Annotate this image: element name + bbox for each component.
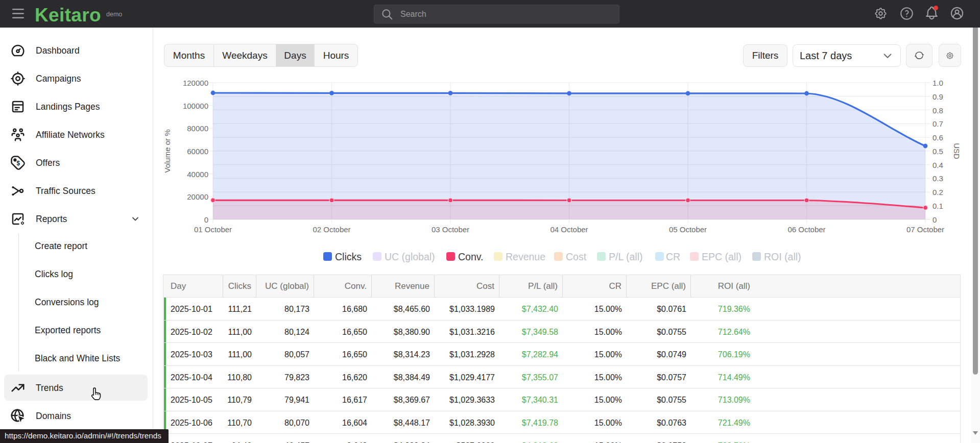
svg-text:$: $ [16, 160, 20, 167]
svg-text:1.0: 1.0 [933, 79, 943, 87]
svg-text:0.9: 0.9 [933, 92, 943, 101]
svg-text:120000: 120000 [183, 79, 208, 87]
svg-text:20000: 20000 [187, 192, 208, 201]
svg-text:06 October: 06 October [787, 225, 825, 234]
svg-text:0.3: 0.3 [933, 174, 943, 183]
svg-text:0.1: 0.1 [933, 202, 943, 210]
svg-text:0.2: 0.2 [933, 188, 943, 196]
svg-text:05 October: 05 October [669, 225, 707, 234]
svg-text:80000: 80000 [187, 124, 208, 133]
svg-text:USD: USD [952, 143, 961, 159]
svg-text:03 October: 03 October [432, 225, 469, 234]
svg-text:60000: 60000 [187, 147, 208, 156]
svg-text:40000: 40000 [187, 170, 208, 179]
svg-text:0: 0 [204, 215, 208, 224]
svg-text:0.7: 0.7 [933, 119, 943, 128]
svg-text:07 October: 07 October [906, 225, 944, 234]
svg-text:0.4: 0.4 [933, 161, 943, 169]
svg-text:02 October: 02 October [313, 225, 350, 234]
svg-text:04 October: 04 October [550, 225, 588, 234]
svg-text:100000: 100000 [183, 102, 208, 110]
svg-text:0.5: 0.5 [933, 147, 943, 156]
svg-text:0: 0 [933, 215, 937, 224]
svg-text:Volume or %: Volume or % [163, 129, 172, 173]
svg-text:01 October: 01 October [194, 225, 232, 234]
svg-text:0.6: 0.6 [933, 133, 943, 142]
svg-text:0.8: 0.8 [933, 106, 943, 115]
